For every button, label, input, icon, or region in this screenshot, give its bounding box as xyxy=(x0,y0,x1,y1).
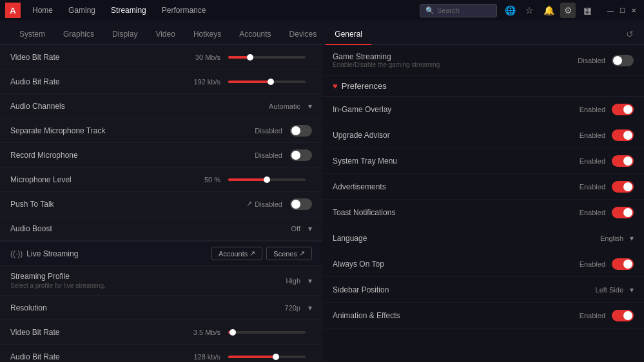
slider-thumb[interactable] xyxy=(268,79,274,85)
tab-general[interactable]: General xyxy=(326,24,371,45)
external-link-icon: ↗ xyxy=(299,249,305,258)
animation-effects-label: Animation & Effects xyxy=(333,311,580,320)
audio-channels-dropdown[interactable]: ▾ xyxy=(308,102,312,111)
preferences-header: ♥ Preferences xyxy=(322,76,644,97)
resolution-row: Resolution 720p ▾ xyxy=(0,296,322,320)
streaming-profile-label: Streaming Profile xyxy=(10,272,286,281)
record-mic-label: Record Microphone xyxy=(10,151,255,160)
slider-track xyxy=(228,331,306,334)
streaming-profile-row: Streaming Profile Select a profile for l… xyxy=(0,266,322,296)
system-tray-label: System Tray Menu xyxy=(333,157,580,166)
audio-channels-label: Audio Channels xyxy=(10,102,269,111)
audio-boost-row: Audio Boost Off ▾ xyxy=(0,216,322,241)
slider-track xyxy=(228,56,306,59)
live-streaming-header: ((·)) Live Streaming Accounts ↗ Scenes ↗ xyxy=(0,241,322,266)
audio-bit-rate-slider[interactable] xyxy=(228,81,312,83)
wifi-icon: ((·)) xyxy=(10,249,23,258)
streaming-profile-dropdown[interactable]: ▾ xyxy=(308,276,312,285)
slider-thumb[interactable] xyxy=(273,354,279,360)
sidebar-position-dropdown[interactable]: ▾ xyxy=(630,285,634,294)
sep-mic-track-label: Separate Microphone Track xyxy=(10,126,255,135)
in-game-overlay-toggle[interactable] xyxy=(612,104,634,115)
stream-audio-bit-rate-row: Audio Bit Rate 128 kb/s xyxy=(0,345,322,362)
tab-graphics[interactable]: Graphics xyxy=(54,24,103,45)
close-button[interactable]: ✕ xyxy=(629,5,639,15)
always-on-top-toggle[interactable] xyxy=(612,258,634,270)
language-label: Language xyxy=(333,234,600,243)
stream-audio-bit-rate-label: Audio Bit Rate xyxy=(10,352,193,361)
push-to-talk-value: Disabled xyxy=(255,200,282,208)
bell-icon[interactable]: 🔔 xyxy=(541,3,556,18)
slider-thumb[interactable] xyxy=(264,176,270,183)
record-mic-value: Disabled xyxy=(255,151,282,159)
toast-notifications-toggle[interactable] xyxy=(612,207,634,218)
search-box[interactable]: 🔍 Search xyxy=(420,4,497,17)
titlebar: A Home Gaming Streaming Performance 🔍 Se… xyxy=(0,0,644,21)
game-streaming-toggle[interactable] xyxy=(612,55,634,66)
record-mic-toggle[interactable] xyxy=(290,149,312,161)
settings-icon[interactable]: ⚙ xyxy=(560,3,576,18)
upgrade-advisor-toggle[interactable] xyxy=(612,129,634,141)
nav-performance[interactable]: Performance xyxy=(155,3,213,17)
always-on-top-value: Enabled xyxy=(580,260,605,268)
refresh-button[interactable]: ↺ xyxy=(626,29,634,44)
sidebar-position-row: Sidebar Position Left Side ▾ xyxy=(322,277,644,303)
tab-video[interactable]: Video xyxy=(146,24,184,45)
livestream-buttons: Accounts ↗ Scenes ↗ xyxy=(211,247,312,260)
always-on-top-label: Always On Top xyxy=(333,260,580,269)
minimize-button[interactable]: — xyxy=(605,5,616,15)
tab-display[interactable]: Display xyxy=(103,24,146,45)
video-bit-rate-value: 30 Mb/s xyxy=(195,53,220,61)
in-game-overlay-value: Enabled xyxy=(580,106,605,113)
push-to-talk-toggle[interactable] xyxy=(290,198,312,210)
scenes-label: Scenes xyxy=(273,250,297,258)
audio-bit-rate-label: Audio Bit Rate xyxy=(10,77,193,86)
sidebar-position-label: Sidebar Position xyxy=(333,285,596,294)
always-on-top-row: Always On Top Enabled xyxy=(322,251,644,277)
accounts-button[interactable]: Accounts ↗ xyxy=(211,247,262,260)
search-icon: 🔍 xyxy=(425,6,434,15)
video-bit-rate-row: Video Bit Rate 30 Mb/s xyxy=(0,45,322,70)
system-tray-toggle[interactable] xyxy=(612,155,634,167)
globe-icon[interactable]: 🌐 xyxy=(502,3,518,18)
audio-boost-dropdown[interactable]: ▾ xyxy=(308,224,312,233)
star-icon[interactable]: ☆ xyxy=(522,3,537,18)
sep-mic-track-toggle[interactable] xyxy=(290,125,312,137)
scenes-button[interactable]: Scenes ↗ xyxy=(266,247,312,260)
slider-thumb[interactable] xyxy=(229,329,236,336)
nav-home[interactable]: Home xyxy=(26,3,59,17)
grid-icon[interactable]: ▦ xyxy=(580,3,595,18)
video-bit-rate-slider[interactable] xyxy=(228,56,312,59)
advertisements-toggle[interactable] xyxy=(612,181,634,193)
game-streaming-label: Game Streaming xyxy=(333,52,578,61)
animation-effects-toggle[interactable] xyxy=(612,310,634,321)
tab-hotkeys[interactable]: Hotkeys xyxy=(184,24,230,45)
streaming-profile-labels: Streaming Profile Select a profile for l… xyxy=(10,272,286,289)
upgrade-advisor-row: Upgrade Advisor Enabled xyxy=(322,122,644,148)
nav-gaming[interactable]: Gaming xyxy=(62,3,102,17)
tab-system[interactable]: System xyxy=(10,24,54,45)
maximize-button[interactable]: ☐ xyxy=(617,5,627,15)
audio-boost-label: Audio Boost xyxy=(10,224,291,233)
game-streaming-sublabel: Enable/Disable the gaming streaming xyxy=(333,61,578,68)
system-tray-row: System Tray Menu Enabled xyxy=(322,148,644,174)
animation-effects-row: Animation & Effects Enabled xyxy=(322,303,644,329)
resolution-dropdown[interactable]: ▾ xyxy=(308,303,312,312)
sep-mic-track-row: Separate Microphone Track Disabled xyxy=(0,119,322,143)
stream-video-bit-rate-slider[interactable] xyxy=(228,331,312,334)
tab-accounts[interactable]: Accounts xyxy=(230,24,280,45)
mic-level-slider[interactable] xyxy=(228,178,312,181)
resolution-label: Resolution xyxy=(10,303,285,312)
window-controls: — ☐ ✕ xyxy=(605,5,639,15)
record-mic-row: Record Microphone Disabled xyxy=(0,143,322,167)
stream-audio-bit-rate-slider[interactable] xyxy=(228,356,312,358)
animation-effects-value: Enabled xyxy=(580,312,605,319)
slider-thumb[interactable] xyxy=(247,54,253,61)
stream-audio-bit-rate-value: 128 kb/s xyxy=(193,353,220,361)
mic-level-label: Microphone Level xyxy=(10,175,204,184)
language-dropdown[interactable]: ▾ xyxy=(630,234,634,243)
right-panel: Game Streaming Enable/Disable the gaming… xyxy=(322,45,644,362)
tab-devices[interactable]: Devices xyxy=(280,24,326,45)
nav-streaming[interactable]: Streaming xyxy=(104,3,153,17)
slider-fill xyxy=(228,81,271,83)
